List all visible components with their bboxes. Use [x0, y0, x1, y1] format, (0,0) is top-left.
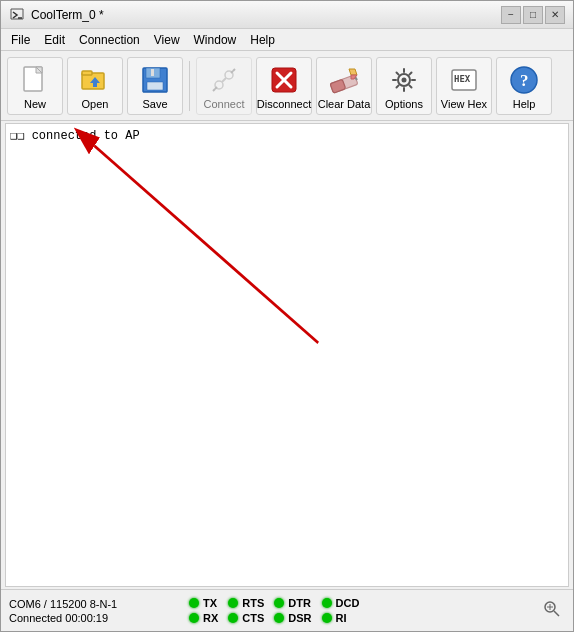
svg-line-14 — [215, 87, 217, 89]
options-label: Options — [385, 98, 423, 110]
connected-time: Connected 00:00:19 — [9, 612, 189, 624]
svg-point-26 — [402, 77, 407, 82]
save-button[interactable]: Save — [127, 57, 183, 115]
svg-line-12 — [222, 78, 226, 82]
svg-line-40 — [94, 146, 318, 343]
svg-line-34 — [397, 85, 399, 87]
title-bar-controls: − □ ✕ — [501, 6, 565, 24]
svg-line-33 — [409, 72, 411, 74]
new-icon — [19, 64, 51, 96]
app-icon — [9, 7, 25, 23]
svg-rect-9 — [151, 69, 154, 76]
rts-cts-group: RTS CTS — [228, 597, 264, 624]
ri-indicator: RI — [322, 612, 360, 624]
view-hex-label: View Hex — [441, 98, 487, 110]
dcd-led — [322, 598, 332, 608]
restore-button[interactable]: □ — [523, 6, 543, 24]
view-hex-button[interactable]: HEX View Hex — [436, 57, 492, 115]
connect-icon — [208, 64, 240, 96]
title-bar-left: CoolTerm_0 * — [9, 7, 104, 23]
menu-window[interactable]: Window — [188, 31, 243, 49]
cts-label: CTS — [242, 612, 264, 624]
status-left: COM6 / 115200 8-N-1 Connected 00:00:19 — [9, 598, 189, 624]
save-icon — [139, 64, 171, 96]
svg-line-13 — [213, 89, 215, 91]
rx-indicator: RX — [189, 612, 218, 624]
rts-label: RTS — [242, 597, 264, 609]
ri-label: RI — [336, 612, 347, 624]
status-indicators: TX RX RTS CTS — [189, 597, 543, 624]
menu-view[interactable]: View — [148, 31, 186, 49]
clear-data-button[interactable]: Clear Data — [316, 57, 372, 115]
zoom-area — [543, 600, 561, 621]
open-button[interactable]: Open — [67, 57, 123, 115]
tx-label: TX — [203, 597, 217, 609]
svg-rect-4 — [82, 71, 92, 75]
dcd-label: DCD — [336, 597, 360, 609]
rts-led — [228, 598, 238, 608]
menu-connection[interactable]: Connection — [73, 31, 146, 49]
tx-indicator: TX — [189, 597, 218, 609]
zoom-icon — [543, 600, 561, 618]
open-icon — [79, 64, 111, 96]
options-button[interactable]: Options — [376, 57, 432, 115]
disconnect-icon — [268, 64, 300, 96]
open-label: Open — [82, 98, 109, 110]
svg-rect-21 — [330, 79, 346, 93]
terminal-content: ❑❑ connected to AP — [10, 129, 140, 143]
clear-data-label: Clear Data — [318, 98, 371, 110]
svg-text:?: ? — [520, 71, 529, 90]
svg-rect-8 — [147, 82, 163, 90]
cts-led — [228, 613, 238, 623]
rts-indicator: RTS — [228, 597, 264, 609]
rx-led — [189, 613, 199, 623]
toolbar: New Open — [1, 51, 573, 121]
clear-data-icon — [328, 64, 360, 96]
dtr-dsr-group: DTR DSR — [274, 597, 311, 624]
menu-help[interactable]: Help — [244, 31, 281, 49]
dsr-label: DSR — [288, 612, 311, 624]
disconnect-label: Disconnect — [257, 98, 311, 110]
dcd-ri-group: DCD RI — [322, 597, 360, 624]
rx-label: RX — [203, 612, 218, 624]
svg-marker-23 — [349, 69, 357, 75]
connect-button[interactable]: Connect — [196, 57, 252, 115]
help-button[interactable]: ? Help — [496, 57, 552, 115]
new-label: New — [24, 98, 46, 110]
help-label: Help — [513, 98, 536, 110]
new-button[interactable]: New — [7, 57, 63, 115]
svg-line-15 — [231, 71, 233, 73]
separator-1 — [189, 61, 190, 111]
svg-text:HEX: HEX — [454, 74, 471, 84]
minimize-button[interactable]: − — [501, 6, 521, 24]
dcd-indicator: DCD — [322, 597, 360, 609]
dsr-indicator: DSR — [274, 612, 311, 624]
options-icon — [388, 64, 420, 96]
title-bar: CoolTerm_0 * − □ ✕ — [1, 1, 573, 29]
terminal-area[interactable]: ❑❑ connected to AP — [5, 123, 569, 587]
svg-line-32 — [409, 85, 411, 87]
svg-line-31 — [397, 72, 399, 74]
view-hex-icon: HEX — [448, 64, 480, 96]
save-label: Save — [142, 98, 167, 110]
disconnect-button[interactable]: Disconnect — [256, 57, 312, 115]
status-bar: COM6 / 115200 8-N-1 Connected 00:00:19 T… — [1, 589, 573, 631]
dtr-label: DTR — [288, 597, 311, 609]
menu-file[interactable]: File — [5, 31, 36, 49]
dtr-indicator: DTR — [274, 597, 311, 609]
svg-line-42 — [554, 611, 559, 616]
cts-indicator: CTS — [228, 612, 264, 624]
help-icon: ? — [508, 64, 540, 96]
menu-bar: File Edit Connection View Window Help — [1, 29, 573, 51]
connect-label: Connect — [204, 98, 245, 110]
menu-edit[interactable]: Edit — [38, 31, 71, 49]
annotation-arrow — [6, 124, 568, 586]
tx-led — [189, 598, 199, 608]
window-title: CoolTerm_0 * — [31, 8, 104, 22]
port-info: COM6 / 115200 8-N-1 — [9, 598, 189, 610]
ri-led — [322, 613, 332, 623]
dsr-led — [274, 613, 284, 623]
close-button[interactable]: ✕ — [545, 6, 565, 24]
svg-line-16 — [233, 69, 235, 71]
tx-rx-group: TX RX — [189, 597, 218, 624]
